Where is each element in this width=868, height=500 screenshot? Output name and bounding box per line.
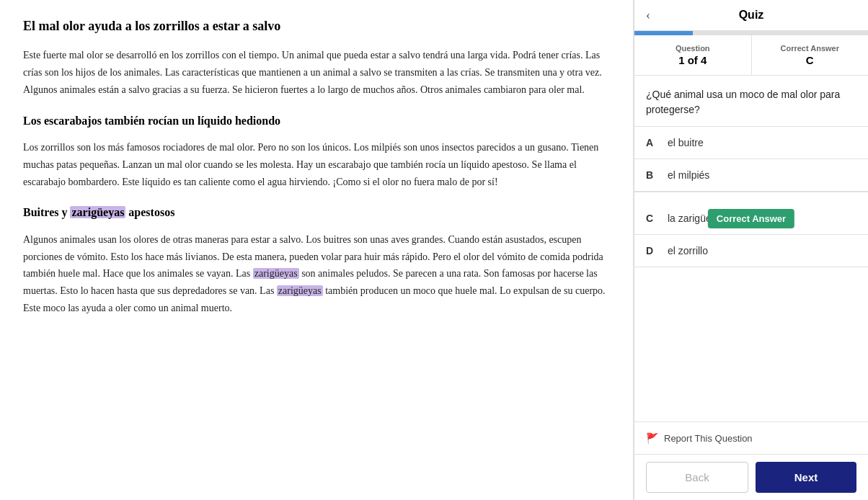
question-meta: Question 1 of 4 Correct Answer C	[634, 35, 868, 76]
highlight-zarigue3: zarigüeyas	[277, 285, 323, 296]
section3-paragraph: Algunos animales usan los olores de otra…	[23, 231, 610, 317]
reading-passage: El mal olor ayuda a los zorrillos a esta…	[0, 0, 634, 500]
flag-icon: 🚩	[646, 432, 658, 444]
answer-option-b[interactable]: B el milpiés	[634, 159, 868, 192]
section2-heading: Los escarabajos también rocían un líquid…	[23, 113, 610, 129]
answer-option-d[interactable]: D el zorrillo	[634, 235, 868, 267]
next-button[interactable]: Next	[756, 462, 856, 493]
correct-answer-value: C	[763, 54, 857, 66]
answer-letter-a: A	[646, 137, 657, 148]
answer-options: A el buitre B el milpiés Correct Answer …	[634, 127, 868, 267]
correct-answer-banner: Correct Answer	[708, 209, 794, 228]
section2-paragraph: Los zorrillos son los más famosos rociad…	[23, 139, 610, 190]
answer-text-a: el buitre	[668, 137, 704, 148]
answer-letter-c: C	[646, 213, 657, 224]
back-button[interactable]: Back	[646, 462, 748, 493]
question-label: Question	[646, 44, 740, 53]
section1-paragraph: Este fuerte mal olor se desarrolló en lo…	[23, 47, 610, 98]
quiz-back-icon[interactable]: ‹	[646, 8, 650, 23]
answer-text-d: el zorrillo	[668, 245, 708, 256]
highlight-zarigue: zarigüeyas	[70, 206, 125, 218]
answer-option-a[interactable]: A el buitre	[634, 127, 868, 159]
footer-buttons: Back Next	[634, 454, 868, 500]
correct-answer-label: Correct Answer	[763, 44, 857, 53]
answer-option-c[interactable]: Correct Answer C la zarigüeya	[634, 192, 868, 235]
highlight-zarigue2: zarigüeyas	[253, 268, 299, 279]
quiz-panel: ‹ Quiz Question 1 of 4 Correct Answer C …	[634, 0, 868, 500]
answer-letter-d: D	[646, 245, 657, 256]
report-label: Report This Question	[664, 433, 753, 444]
question-text: ¿Qué animal usa un moco de mal olor para…	[634, 76, 868, 127]
quiz-header: ‹ Quiz	[634, 0, 868, 31]
answer-letter-b: B	[646, 169, 657, 181]
question-counter: Question 1 of 4	[634, 35, 752, 75]
answer-text-b: el milpiés	[668, 169, 709, 181]
section3-heading: Buitres y zarigüeyas apestosos	[23, 205, 610, 220]
quiz-title: Quiz	[739, 9, 764, 22]
section1-heading: El mal olor ayuda a los zorrillos a esta…	[23, 17, 610, 35]
question-value: 1 of 4	[646, 54, 740, 66]
correct-answer-meta: Correct Answer C	[752, 35, 869, 75]
report-section[interactable]: 🚩 Report This Question	[634, 421, 868, 454]
